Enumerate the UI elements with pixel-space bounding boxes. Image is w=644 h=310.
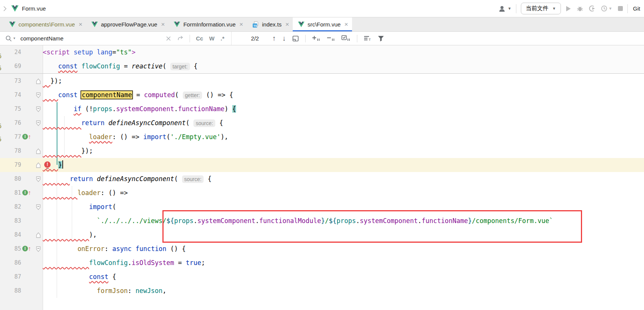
code-line[interactable]: 75 if (!props.systemComponent.functionNa… (0, 102, 644, 116)
select-all-occurrences-icon[interactable] (341, 35, 351, 42)
fold-marker-icon[interactable] (36, 162, 41, 168)
code-line[interactable]: 87 const { (0, 270, 644, 284)
code-line[interactable]: 74 const componentName = computed( gette… (0, 88, 644, 102)
line-number: 74 (0, 88, 21, 102)
divider (305, 35, 306, 42)
gutter-cell: 80 (0, 172, 43, 186)
implemented-icon[interactable]: I↑ (22, 190, 31, 195)
code-token: > (132, 48, 136, 56)
fold-marker-icon[interactable] (36, 246, 41, 252)
code-line[interactable]: 24<script setup lang="ts"> (0, 45, 644, 59)
search-input[interactable]: ▼ componentName Cc W .* (0, 32, 232, 45)
code-text[interactable]: const { (43, 270, 644, 284)
sticky-lines-panel: 24<script setup lang="ts">69 const flowC… (0, 45, 644, 74)
tab-close-icon[interactable]: × (344, 21, 348, 28)
fold-marker-icon[interactable] (36, 148, 41, 154)
regex-toggle[interactable]: .* (221, 35, 224, 42)
fold-marker-icon[interactable] (36, 78, 41, 84)
implemented-ball-icon: I (22, 246, 28, 251)
code-token (70, 48, 74, 56)
add-occurrence-icon[interactable] (312, 35, 320, 42)
fold-marker-icon[interactable] (36, 176, 41, 182)
previous-occurrence-icon[interactable]: ↑ (272, 34, 276, 43)
code-text[interactable]: flowConfig.isOldSystem = true; (43, 256, 644, 270)
code-line[interactable]: 78 }); (0, 144, 644, 158)
code-line[interactable]: 81I↑ loader: () => (0, 186, 644, 200)
search-icon[interactable]: ▼ (5, 35, 16, 42)
debug-icon[interactable] (577, 5, 583, 12)
clear-search-icon[interactable] (166, 36, 171, 41)
user-account-icon[interactable]: ▼ (499, 5, 511, 12)
open-in-find-window-icon[interactable] (292, 36, 299, 42)
fold-marker-icon[interactable] (36, 232, 41, 238)
fold-marker-icon[interactable] (36, 106, 41, 112)
implemented-icon[interactable]: I↑ (22, 134, 31, 140)
chevron-down-icon: ▼ (508, 6, 511, 11)
tab-close-icon[interactable]: × (161, 21, 165, 28)
remove-occurrence-icon[interactable] (327, 35, 335, 42)
code-token: ( (167, 133, 170, 141)
tab-close-icon[interactable]: × (239, 21, 243, 28)
code-text[interactable]: onError: async function () { (43, 242, 644, 256)
filter-lines-icon[interactable]: T (364, 36, 371, 42)
editor[interactable]: 24<script setup lang="ts">69 const flowC… (0, 45, 644, 310)
implemented-icon[interactable]: I↑ (22, 246, 31, 251)
tab-index-ts[interactable]: TSindex.ts× (247, 17, 293, 31)
fold-marker-icon[interactable] (36, 120, 41, 126)
code-text[interactable]: }); (43, 144, 644, 158)
tab-close-icon[interactable]: × (79, 21, 82, 28)
tab-components-form-vue[interactable]: components\Form.vue× (4, 17, 86, 31)
code-token (43, 273, 89, 281)
code-line[interactable]: 73 }); (0, 74, 644, 88)
tab-src-form-vue[interactable]: src\Form.vue× (293, 17, 352, 31)
code-line[interactable]: 77I↑ loader: () => import('./Empty.vue')… (0, 130, 644, 144)
git-menu[interactable]: Git (633, 5, 640, 12)
code-line[interactable]: 85I↑ onError: async function () { (0, 242, 644, 256)
code-token: lang (97, 48, 112, 56)
code-token (43, 189, 77, 197)
code-token: }); (81, 147, 93, 155)
fold-marker-icon[interactable] (36, 92, 41, 98)
code-line[interactable]: 76 return defineAsyncComponent( source: … (0, 116, 644, 130)
code-token (43, 147, 81, 155)
code-line[interactable]: 79! } (0, 158, 644, 172)
ts-file-icon: TS (252, 21, 259, 28)
search-history-icon[interactable] (177, 36, 184, 41)
inlay-hint: getter: (183, 91, 202, 99)
whole-words-toggle[interactable]: W (209, 35, 215, 42)
code-token: if (74, 105, 81, 113)
code-token (43, 62, 58, 70)
filter-funnel-icon[interactable] (378, 36, 384, 42)
code-token: ( (162, 62, 170, 70)
code-line[interactable]: 88 formJson: newJson, (0, 284, 644, 298)
tab-forminformation-vue[interactable]: FormInformation.vue× (168, 17, 247, 31)
code-text[interactable]: <script setup lang="ts"> (43, 45, 644, 59)
code-token (43, 203, 89, 211)
run-config-dropdown[interactable]: 当前文件 ▼ (521, 3, 561, 14)
run-with-coverage-icon[interactable] (589, 5, 595, 12)
code-line[interactable]: 69 const flowConfig = reactive( target: … (0, 59, 644, 73)
code-text[interactable]: if (!props.systemComponent.functionName)… (43, 102, 644, 116)
code-text[interactable]: const flowConfig = reactive( target: { (43, 59, 644, 73)
code-line[interactable]: 86 flowConfig.isOldSystem = true; (0, 256, 644, 270)
code-line[interactable]: 80 return defineAsyncComponent( source: … (0, 172, 644, 186)
stop-icon[interactable] (618, 6, 623, 11)
code-text[interactable]: ! } (43, 158, 644, 172)
code-token: <script (43, 48, 70, 56)
tab-approveflowpage-vue[interactable]: approveFlowPage.vue× (86, 17, 168, 31)
tab-close-icon[interactable]: × (285, 21, 289, 28)
code-text[interactable]: return defineAsyncComponent( source: { (43, 172, 644, 186)
fold-marker-icon[interactable] (36, 204, 41, 210)
code-text[interactable]: const componentName = computed( getter: … (43, 88, 644, 102)
code-text[interactable]: }); (43, 74, 644, 88)
profiler-icon[interactable]: ▼ (601, 5, 612, 12)
run-icon[interactable] (565, 6, 571, 12)
match-case-toggle[interactable]: Cc (196, 35, 203, 42)
code-text[interactable]: loader: () => import('./Empty.vue'), (43, 130, 644, 144)
code-text[interactable]: loader: () => (43, 186, 644, 200)
code-token: newJson (136, 287, 163, 294)
code-text[interactable]: formJson: newJson, (43, 284, 644, 298)
next-occurrence-icon[interactable]: ↓ (283, 34, 286, 43)
code-text[interactable]: return defineAsyncComponent( source: { (43, 116, 644, 130)
error-bulb-icon[interactable]: ! (44, 161, 51, 168)
